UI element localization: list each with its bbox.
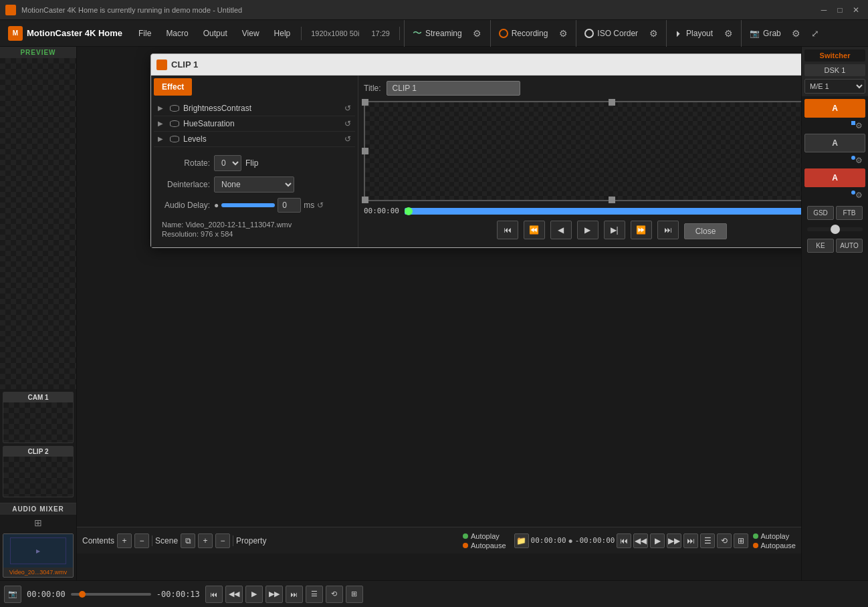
next-frame-button[interactable]: ⏩	[631, 221, 652, 239]
contents-remove-btn[interactable]: −	[134, 533, 149, 548]
me-select[interactable]: M/E 1	[804, 79, 865, 94]
bottom-list-btn[interactable]: ☰	[306, 586, 323, 603]
timeline-knob[interactable]	[405, 207, 413, 215]
bottom-start-btn[interactable]: ⏮	[205, 586, 223, 603]
prev-frame-button[interactable]: ⏪	[524, 221, 545, 239]
step-back-button[interactable]: ◀	[550, 221, 572, 239]
brightness-visibility-icon[interactable]	[170, 105, 179, 112]
audio-delay-slider[interactable]	[221, 203, 275, 207]
minimize-button[interactable]: ─	[817, 3, 831, 17]
menu-view[interactable]: View	[235, 26, 266, 41]
levels-refresh-icon[interactable]: ↺	[344, 134, 351, 144]
bus-a1-button[interactable]: A	[804, 99, 865, 118]
step-fwd-button[interactable]: ▶|	[604, 221, 625, 239]
ke-button[interactable]: KE	[807, 239, 834, 253]
title-bar: MotionCaster 4K Home is currently runnin…	[0, 0, 868, 20]
audio-delay-input[interactable]	[278, 198, 301, 213]
transport-row: ⏮ ⏪ ◀ ▶ ▶| ⏩ ⏭ Close	[364, 221, 801, 239]
contents-add-btn[interactable]: +	[117, 533, 132, 548]
iso-button[interactable]: ISO Corder	[579, 26, 643, 41]
grab-settings-icon[interactable]: ⚙	[788, 25, 805, 42]
streaming-section: 〜 Streaming ⚙	[404, 20, 489, 47]
bus-a3-button[interactable]: A	[804, 168, 865, 187]
hue-visibility-icon[interactable]	[170, 120, 179, 127]
recording-settings-icon[interactable]: ⚙	[554, 25, 572, 42]
close-button[interactable]: ✕	[849, 3, 863, 17]
bottom-prev-btn[interactable]: ◀◀	[225, 586, 243, 603]
hue-expand-icon[interactable]: ▶	[158, 120, 166, 128]
bottom-slider-dot[interactable]	[79, 591, 86, 598]
scene-copy-btn[interactable]: ⧉	[181, 533, 195, 548]
maximize-button[interactable]: □	[833, 3, 847, 17]
bottom-grid-btn[interactable]: ⊞	[346, 586, 363, 603]
dsk-button[interactable]: DSK 1	[804, 64, 865, 76]
menu-file[interactable]: File	[132, 26, 158, 41]
ct-fwd-btn[interactable]: ▶▶	[667, 533, 681, 548]
bottom-camera-btn[interactable]: 📷	[4, 586, 21, 603]
hue-name: HueSaturation	[183, 119, 340, 128]
streaming-settings-icon[interactable]: ⚙	[469, 25, 486, 42]
menu-macro[interactable]: Macro	[159, 26, 195, 41]
audio-delay-refresh-icon[interactable]: ↺	[317, 201, 324, 210]
ct-loop-btn[interactable]: ⟲	[717, 533, 732, 548]
playout-settings-icon[interactable]: ⚙	[720, 25, 737, 42]
streaming-button[interactable]: 〜 Streaming	[407, 25, 467, 42]
extra-settings-icon[interactable]: ⤢	[806, 25, 824, 42]
play-button[interactable]: ▶	[577, 221, 599, 239]
recording-button[interactable]: Recording	[494, 26, 554, 41]
goto-start-button[interactable]: ⏮	[497, 221, 518, 239]
cam1-source[interactable]: CAM 1	[3, 392, 74, 443]
settings-gear-3[interactable]: ⚙	[855, 191, 863, 200]
ct-list-btn[interactable]: ☰	[700, 533, 715, 548]
recording-section: Recording ⚙	[490, 20, 575, 47]
playout-button[interactable]: ⏵ Playout	[669, 26, 718, 41]
title-input[interactable]	[387, 81, 520, 96]
iso-settings-icon[interactable]: ⚙	[645, 25, 662, 42]
timeline-track[interactable]	[405, 208, 801, 215]
brightness-refresh-icon[interactable]: ↺	[344, 104, 351, 113]
gsd-button[interactable]: GSD	[807, 206, 834, 220]
switcher-tab[interactable]: Switcher	[804, 49, 865, 62]
dialog-titlebar: CLIP 1 ─ □ ✕	[151, 54, 801, 76]
media-item[interactable]: ▶ Video_20...3047.wmv	[3, 533, 74, 578]
ct-prev-btn[interactable]: ⏮	[617, 533, 631, 548]
deinterlace-select[interactable]: None	[214, 176, 294, 193]
scene-add-btn[interactable]: +	[198, 533, 213, 548]
slider-thumb[interactable]	[831, 225, 840, 234]
bottom-fwd-btn[interactable]: ▶▶	[265, 586, 283, 603]
scene-label: Scene	[155, 536, 178, 545]
clip2-source[interactable]: CLIP 2	[3, 446, 74, 497]
ct-folder-icon[interactable]: 📁	[514, 533, 529, 548]
ct-back-btn[interactable]: ◀◀	[633, 533, 648, 548]
bottom-slider[interactable]	[71, 593, 151, 596]
auto-button[interactable]: AUTO	[836, 239, 863, 253]
grab-button[interactable]: 📷 Grab	[744, 26, 786, 41]
brightness-expand-icon[interactable]: ▶	[158, 104, 166, 112]
grid-icon[interactable]: ⊞	[0, 515, 76, 531]
scene-remove-btn[interactable]: −	[215, 533, 230, 548]
rotate-select[interactable]: 0	[214, 155, 241, 171]
menu-help[interactable]: Help	[267, 26, 298, 41]
gear-row-1: ⚙	[804, 120, 865, 132]
settings-gear-1[interactable]: ⚙	[855, 121, 863, 130]
streaming-icon: 〜	[413, 27, 422, 39]
bottom-loop-btn[interactable]: ⟲	[326, 586, 343, 603]
hue-refresh-icon[interactable]: ↺	[344, 119, 351, 128]
ftb-button[interactable]: FTB	[836, 206, 863, 220]
close-dialog-button[interactable]: Close	[684, 223, 728, 239]
ct-options-btn[interactable]: ⊞	[734, 533, 748, 548]
bottom-play-btn[interactable]: ▶	[245, 586, 263, 603]
effect-tab[interactable]: Effect	[154, 78, 192, 96]
ct-play-btn[interactable]: ▶	[650, 533, 665, 548]
levels-expand-icon[interactable]: ▶	[158, 135, 166, 143]
slider-track[interactable]	[807, 227, 863, 231]
flip-button[interactable]: Flip	[245, 158, 258, 168]
audio-delay-dot-icon: ●	[214, 201, 219, 210]
bottom-end-btn[interactable]: ⏭	[286, 586, 303, 603]
goto-end-button[interactable]: ⏭	[657, 221, 679, 239]
settings-gear-2[interactable]: ⚙	[855, 156, 863, 165]
menu-output[interactable]: Output	[197, 26, 234, 41]
bus-a2-button[interactable]: A	[804, 134, 865, 152]
levels-visibility-icon[interactable]	[170, 136, 179, 142]
ct-next-btn[interactable]: ⏭	[683, 533, 698, 548]
